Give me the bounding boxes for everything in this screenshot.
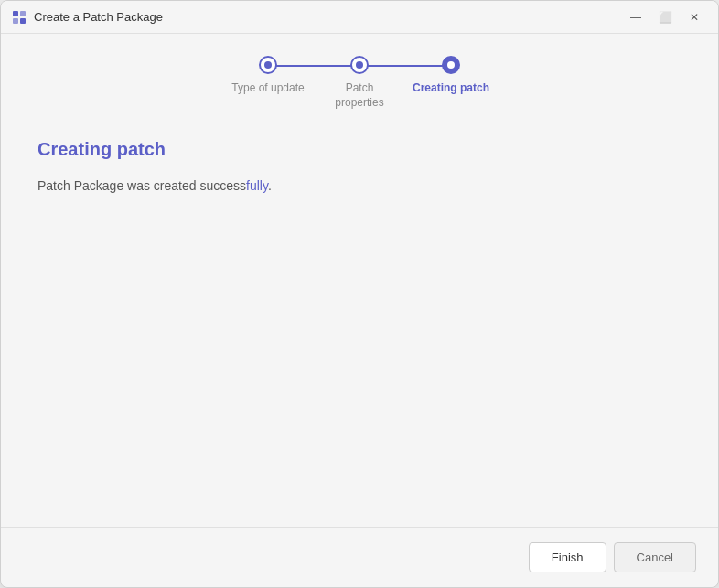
title-bar: Create a Patch Package — ⬜ ✕	[1, 1, 718, 34]
app-window: Create a Patch Package — ⬜ ✕ Type of upd…	[0, 0, 719, 588]
step-patch-properties: Patchproperties	[314, 56, 405, 110]
step-circle-2	[350, 56, 369, 74]
step-type-of-update: Type of update	[222, 56, 314, 96]
success-text-highlight: fully	[246, 178, 268, 193]
step-label-2: Patchproperties	[335, 81, 383, 110]
footer: Finish Cancel	[1, 527, 718, 587]
maximize-button[interactable]: ⬜	[652, 5, 678, 30]
close-button[interactable]: ✕	[681, 5, 707, 30]
step-label-1: Type of update	[231, 81, 304, 96]
window-title: Create a Patch Package	[34, 10, 623, 24]
svg-rect-3	[20, 18, 26, 24]
step-inner-1	[264, 61, 272, 69]
app-icon	[12, 10, 27, 25]
step-circle-1	[259, 56, 277, 74]
section-title: Creating patch	[38, 139, 681, 160]
window-controls: — ⬜ ✕	[623, 5, 707, 30]
stepper: Type of update Patchproperties Creating …	[30, 56, 689, 110]
step-creating-patch: Creating patch	[405, 56, 497, 96]
success-text-after: .	[268, 178, 272, 193]
minimize-button[interactable]: —	[623, 5, 649, 30]
cancel-button[interactable]: Cancel	[614, 542, 696, 572]
content-area: Type of update Patchproperties Creating …	[1, 34, 718, 527]
svg-rect-0	[13, 11, 18, 16]
finish-button[interactable]: Finish	[529, 542, 606, 572]
svg-rect-2	[13, 18, 18, 24]
step-inner-2	[356, 61, 363, 69]
svg-rect-1	[20, 11, 26, 16]
step-circle-3	[442, 56, 460, 74]
success-message: Patch Package was created successfully.	[38, 178, 681, 193]
step-label-3: Creating patch	[413, 81, 489, 96]
main-content: Creating patch Patch Package was created…	[30, 139, 689, 505]
step-inner-3	[447, 61, 455, 69]
success-text-before: Patch Package was created success	[38, 178, 246, 193]
